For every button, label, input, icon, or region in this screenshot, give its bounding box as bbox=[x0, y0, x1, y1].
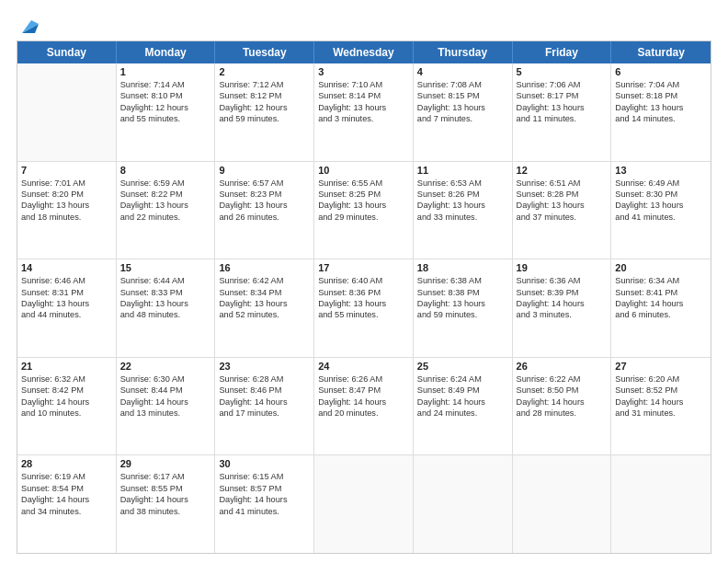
cell-line: Daylight: 14 hours bbox=[615, 298, 707, 309]
cell-line: Sunrise: 6:51 AM bbox=[517, 178, 608, 189]
weekday-header-sunday: Sunday bbox=[17, 41, 117, 63]
cell-line: Daylight: 13 hours bbox=[417, 102, 508, 113]
cell-line: Daylight: 13 hours bbox=[120, 298, 211, 309]
calendar-cell: 11Sunrise: 6:53 AMSunset: 8:26 PMDayligh… bbox=[414, 162, 513, 259]
cell-line: Sunset: 8:26 PM bbox=[417, 189, 508, 200]
cell-line: Daylight: 13 hours bbox=[318, 102, 409, 113]
cell-line: Daylight: 12 hours bbox=[219, 102, 310, 113]
cell-line: Sunrise: 6:32 AM bbox=[21, 373, 112, 385]
cell-line: Sunrise: 6:44 AM bbox=[120, 275, 211, 286]
calendar-cell: 24Sunrise: 6:26 AMSunset: 8:47 PMDayligh… bbox=[314, 358, 414, 455]
calendar-cell: 6Sunrise: 7:04 AMSunset: 8:18 PMDaylight… bbox=[611, 63, 711, 161]
cell-line: and 18 minutes. bbox=[21, 212, 112, 223]
cell-line: Sunset: 8:36 PM bbox=[318, 287, 409, 298]
cell-line: and 38 minutes. bbox=[120, 506, 211, 517]
cell-line: and 55 minutes. bbox=[318, 309, 409, 320]
cell-line: Daylight: 13 hours bbox=[517, 200, 608, 211]
day-number: 11 bbox=[417, 165, 508, 176]
cell-line: Daylight: 13 hours bbox=[21, 298, 112, 309]
cell-line: and 26 minutes. bbox=[219, 212, 310, 223]
cell-line: and 31 minutes. bbox=[615, 408, 707, 419]
cell-line: and 22 minutes. bbox=[120, 212, 211, 223]
cell-line: Sunset: 8:57 PM bbox=[219, 483, 310, 494]
cell-line: Sunrise: 6:19 AM bbox=[21, 471, 112, 482]
calendar-cell: 7Sunrise: 7:01 AMSunset: 8:20 PMDaylight… bbox=[17, 162, 117, 259]
cell-line: Daylight: 13 hours bbox=[417, 298, 508, 309]
cell-line: Sunrise: 6:17 AM bbox=[120, 471, 211, 482]
day-number: 17 bbox=[318, 262, 409, 273]
cell-line: and 6 minutes. bbox=[615, 309, 707, 320]
weekday-header-wednesday: Wednesday bbox=[314, 41, 414, 63]
day-number: 9 bbox=[219, 165, 310, 176]
calendar-cell: 5Sunrise: 7:06 AMSunset: 8:17 PMDaylight… bbox=[513, 63, 612, 161]
calendar-cell: 10Sunrise: 6:55 AMSunset: 8:25 PMDayligh… bbox=[314, 162, 414, 259]
cell-line: Sunrise: 6:30 AM bbox=[120, 373, 211, 385]
cell-line: Daylight: 14 hours bbox=[417, 396, 508, 408]
cell-line: Sunset: 8:15 PM bbox=[417, 90, 508, 101]
cell-line: Sunrise: 6:57 AM bbox=[219, 178, 310, 189]
cell-line: Daylight: 14 hours bbox=[219, 396, 310, 408]
cell-line: and 34 minutes. bbox=[21, 506, 112, 517]
calendar-cell bbox=[611, 455, 711, 553]
cell-line: Sunset: 8:41 PM bbox=[615, 287, 707, 298]
cell-line: Sunrise: 6:59 AM bbox=[120, 178, 211, 189]
cell-line: and 24 minutes. bbox=[417, 408, 508, 419]
logo bbox=[17, 17, 39, 33]
cell-line: and 52 minutes. bbox=[219, 309, 310, 320]
cell-line: Sunset: 8:49 PM bbox=[417, 385, 508, 396]
cell-line: Sunset: 8:22 PM bbox=[120, 189, 211, 200]
cell-line: Daylight: 13 hours bbox=[219, 298, 310, 309]
calendar: SundayMondayTuesdayWednesdayThursdayFrid… bbox=[17, 40, 711, 554]
calendar-cell: 12Sunrise: 6:51 AMSunset: 8:28 PMDayligh… bbox=[513, 162, 612, 259]
cell-line: Sunrise: 6:26 AM bbox=[318, 373, 409, 385]
calendar-cell: 3Sunrise: 7:10 AMSunset: 8:14 PMDaylight… bbox=[314, 63, 414, 161]
cell-line: Sunset: 8:46 PM bbox=[219, 385, 310, 396]
cell-line: Daylight: 14 hours bbox=[517, 298, 608, 309]
calendar-cell bbox=[513, 455, 612, 553]
cell-line: Sunrise: 6:53 AM bbox=[417, 178, 508, 189]
calendar-cell: 17Sunrise: 6:40 AMSunset: 8:36 PMDayligh… bbox=[314, 259, 414, 357]
cell-line: Sunset: 8:54 PM bbox=[21, 483, 112, 494]
cell-line: Sunrise: 6:34 AM bbox=[615, 275, 707, 286]
day-number: 1 bbox=[120, 66, 211, 77]
cell-line: Sunrise: 7:14 AM bbox=[120, 79, 211, 90]
cell-line: and 7 minutes. bbox=[417, 113, 508, 124]
cell-line: and 17 minutes. bbox=[219, 408, 310, 419]
cell-line: Sunset: 8:33 PM bbox=[120, 287, 211, 298]
cell-line: Sunset: 8:34 PM bbox=[219, 287, 310, 298]
day-number: 3 bbox=[318, 66, 409, 77]
header bbox=[17, 17, 711, 33]
cell-line: and 20 minutes. bbox=[318, 408, 409, 419]
calendar-cell: 19Sunrise: 6:36 AMSunset: 8:39 PMDayligh… bbox=[513, 259, 612, 357]
cell-line: Sunset: 8:31 PM bbox=[21, 287, 112, 298]
cell-line: Sunrise: 7:12 AM bbox=[219, 79, 310, 90]
cell-line: Sunrise: 6:55 AM bbox=[318, 178, 409, 189]
calendar-cell bbox=[17, 63, 117, 161]
calendar-cell: 20Sunrise: 6:34 AMSunset: 8:41 PMDayligh… bbox=[611, 259, 711, 357]
day-number: 4 bbox=[417, 66, 508, 77]
calendar-cell: 23Sunrise: 6:28 AMSunset: 8:46 PMDayligh… bbox=[215, 358, 314, 455]
weekday-header-thursday: Thursday bbox=[414, 41, 513, 63]
cell-line: Daylight: 12 hours bbox=[120, 102, 211, 113]
cell-line: and 14 minutes. bbox=[615, 113, 707, 124]
calendar-week-1: 1Sunrise: 7:14 AMSunset: 8:10 PMDaylight… bbox=[17, 63, 711, 162]
calendar-cell: 16Sunrise: 6:42 AMSunset: 8:34 PMDayligh… bbox=[215, 259, 314, 357]
cell-line: Sunset: 8:17 PM bbox=[517, 90, 608, 101]
cell-line: and 11 minutes. bbox=[517, 113, 608, 124]
calendar-cell: 18Sunrise: 6:38 AMSunset: 8:38 PMDayligh… bbox=[414, 259, 513, 357]
calendar-week-2: 7Sunrise: 7:01 AMSunset: 8:20 PMDaylight… bbox=[17, 162, 711, 260]
weekday-header-monday: Monday bbox=[117, 41, 216, 63]
cell-line: Sunset: 8:28 PM bbox=[517, 189, 608, 200]
calendar-cell: 22Sunrise: 6:30 AMSunset: 8:44 PMDayligh… bbox=[117, 358, 216, 455]
calendar-week-4: 21Sunrise: 6:32 AMSunset: 8:42 PMDayligh… bbox=[17, 358, 711, 456]
cell-line: Sunrise: 7:10 AM bbox=[318, 79, 409, 90]
calendar-cell: 14Sunrise: 6:46 AMSunset: 8:31 PMDayligh… bbox=[17, 259, 117, 357]
day-number: 23 bbox=[219, 361, 310, 372]
cell-line: Sunrise: 6:49 AM bbox=[615, 178, 707, 189]
cell-line: Daylight: 13 hours bbox=[21, 200, 112, 211]
cell-line: Sunrise: 6:15 AM bbox=[219, 471, 310, 482]
cell-line: Sunrise: 6:38 AM bbox=[417, 275, 508, 286]
cell-line: Daylight: 14 hours bbox=[219, 494, 310, 505]
cell-line: and 55 minutes. bbox=[120, 113, 211, 124]
cell-line: and 44 minutes. bbox=[21, 309, 112, 320]
